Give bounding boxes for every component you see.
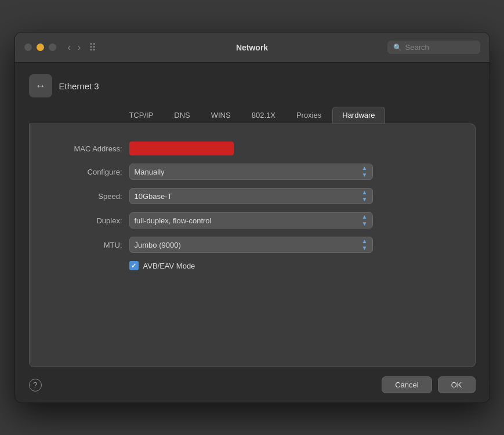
speed-row: Speed: 10Gbase-T ▲ ▼ [47, 188, 458, 204]
avb-checkbox-row: ✓ AVB/EAV Mode [129, 261, 458, 270]
avb-checkbox[interactable]: ✓ [129, 261, 139, 270]
ethernet-title: Ethernet 3 [59, 81, 99, 91]
tab-bar: TCP/IP DNS WINS 802.1X Proxies Hardware [29, 107, 476, 124]
network-window: ‹ › ⠿ Network 🔍 Search ↔ Ethernet 3 TCP/… [14, 32, 490, 403]
chevron-up-icon: ▲ [362, 165, 368, 172]
chevron-down-icon: ▼ [362, 196, 368, 203]
configure-label: Configure: [47, 168, 122, 176]
content-area: ↔ Ethernet 3 TCP/IP DNS WINS 802.1X Prox… [15, 63, 490, 367]
mtu-label: MTU: [47, 241, 122, 249]
search-bar[interactable]: 🔍 Search [387, 41, 480, 54]
back-arrow-icon[interactable]: ‹ [66, 41, 73, 54]
tab-tcpip[interactable]: TCP/IP [119, 107, 163, 124]
configure-row: Configure: Manually ▲ ▼ [47, 164, 458, 180]
configure-select-arrows: ▲ ▼ [362, 165, 368, 179]
close-button[interactable] [24, 44, 32, 51]
ethernet-icon: ↔ [29, 74, 52, 97]
ok-button[interactable]: OK [438, 376, 476, 393]
tab-8021x[interactable]: 802.1X [242, 107, 285, 124]
chevron-down-icon: ▼ [362, 220, 368, 227]
titlebar: ‹ › ⠿ Network 🔍 Search [15, 32, 490, 63]
duplex-row: Duplex: full-duplex, flow-control ▲ ▼ [47, 212, 458, 229]
mtu-select[interactable]: Jumbo (9000) ▲ ▼ [129, 237, 373, 253]
duplex-value: full-duplex, flow-control [135, 216, 212, 225]
chevron-down-icon: ▼ [362, 172, 368, 179]
speed-select[interactable]: 10Gbase-T ▲ ▼ [129, 188, 373, 204]
nav-arrows: ‹ › [66, 41, 84, 54]
duplex-select[interactable]: full-duplex, flow-control ▲ ▼ [129, 212, 373, 229]
search-placeholder: Search [405, 43, 429, 52]
search-icon: 🔍 [393, 44, 402, 52]
configure-select[interactable]: Manually ▲ ▼ [129, 164, 373, 180]
chevron-up-icon: ▲ [362, 238, 368, 245]
forward-arrow-icon[interactable]: › [75, 41, 83, 54]
mtu-select-arrows: ▲ ▼ [362, 238, 368, 252]
hardware-panel: MAC Address: Configure: Manually ▲ ▼ Spe… [29, 124, 476, 367]
configure-value: Manually [135, 168, 165, 176]
tab-wins[interactable]: WINS [201, 107, 241, 124]
mtu-value: Jumbo (9000) [135, 241, 181, 249]
chevron-down-icon: ▼ [362, 245, 368, 252]
footer: ? Cancel OK [15, 367, 490, 403]
duplex-label: Duplex: [47, 216, 122, 225]
mtu-row: MTU: Jumbo (9000) ▲ ▼ [47, 237, 458, 253]
mac-address-value [129, 142, 234, 155]
mac-address-row: MAC Address: [47, 142, 458, 155]
duplex-select-arrows: ▲ ▼ [362, 213, 368, 227]
chevron-up-icon: ▲ [362, 189, 368, 196]
speed-value: 10Gbase-T [135, 192, 172, 201]
mac-address-label: MAC Address: [47, 144, 122, 153]
footer-actions: Cancel OK [382, 376, 475, 393]
minimize-button[interactable] [37, 44, 44, 51]
help-button[interactable]: ? [29, 379, 42, 392]
cancel-button[interactable]: Cancel [382, 376, 432, 393]
speed-label: Speed: [47, 192, 122, 201]
tab-dns[interactable]: DNS [164, 107, 200, 124]
tab-proxies[interactable]: Proxies [287, 107, 331, 124]
speed-select-arrows: ▲ ▼ [362, 189, 368, 203]
ethernet-header: ↔ Ethernet 3 [29, 74, 476, 97]
grid-icon[interactable]: ⠿ [89, 41, 97, 54]
traffic-lights [24, 44, 56, 51]
maximize-button[interactable] [49, 44, 56, 51]
checkmark-icon: ✓ [131, 262, 136, 270]
avb-label: AVB/EAV Mode [143, 262, 195, 270]
tab-hardware[interactable]: Hardware [332, 107, 385, 124]
window-title: Network [236, 43, 268, 52]
chevron-up-icon: ▲ [362, 213, 368, 220]
